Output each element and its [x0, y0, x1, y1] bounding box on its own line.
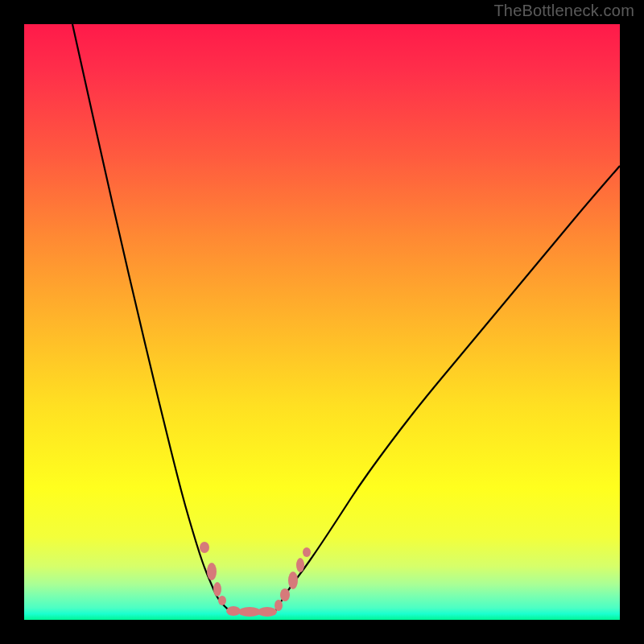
chart-frame: TheBottleneck.com — [0, 0, 644, 644]
data-marker — [303, 547, 311, 557]
data-marker — [238, 607, 261, 617]
watermark-text: TheBottleneck.com — [493, 2, 634, 20]
data-marker — [275, 600, 283, 611]
data-marker — [213, 582, 221, 597]
data-marker — [288, 572, 298, 589]
data-marker — [218, 596, 226, 605]
plot-area — [24, 24, 620, 620]
marker-group — [200, 542, 311, 617]
data-marker — [207, 563, 217, 580]
data-marker — [258, 607, 277, 617]
data-marker — [200, 542, 209, 553]
data-marker — [280, 588, 290, 601]
left-curve — [72, 24, 230, 611]
data-marker — [296, 558, 304, 572]
right-curve — [275, 166, 620, 611]
curve-layer — [24, 24, 620, 620]
